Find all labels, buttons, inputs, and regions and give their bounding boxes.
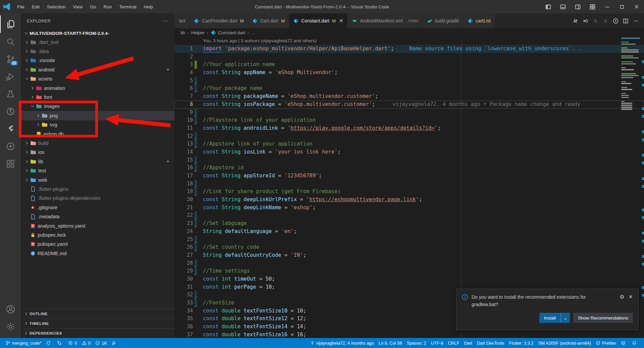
tree-item--idea[interactable]: .idea (21, 47, 174, 56)
blame-status[interactable]: vijayvaghela72, 4 months ago (308, 338, 376, 348)
activity-search[interactable] (0, 33, 21, 50)
activity-extensions[interactable] (0, 155, 21, 172)
maximize-button[interactable] (614, 0, 629, 13)
activity-source-control[interactable]: 22 (0, 50, 21, 68)
activity-settings-gear[interactable] (0, 318, 21, 335)
menu-terminal[interactable]: Terminal (115, 4, 140, 9)
cursor-position[interactable]: Ln 8, Col 56 (376, 338, 405, 348)
compare-changes-button[interactable] (570, 15, 580, 26)
tree-item-web[interactable]: web (21, 175, 174, 184)
tree-item-animation[interactable]: animation (21, 83, 174, 93)
section-outline[interactable]: OUTLINE (21, 309, 174, 318)
tree-item--flutter-plugins[interactable]: .flutter-plugins (21, 184, 174, 193)
section-timeline[interactable]: TIMELINE (21, 318, 174, 328)
activity-account[interactable] (0, 300, 21, 318)
encoding[interactable]: UTF-8 (429, 338, 446, 348)
debug-launch-status[interactable] (109, 338, 120, 348)
prettier-status[interactable]: Prettier (593, 338, 619, 348)
tree-item-ios[interactable]: ios (21, 148, 174, 157)
tree-item--gitignore[interactable]: .gitignore (21, 203, 174, 212)
explorer-more-actions[interactable]: ··· (162, 18, 168, 24)
dart-devtools[interactable]: Dart DevTools (475, 338, 507, 348)
section-dependencies[interactable]: DEPENDENCIES (21, 328, 174, 338)
notifications-bell[interactable] (630, 338, 641, 348)
tab-close-icon[interactable]: ✕ (339, 18, 343, 24)
feedback[interactable] (619, 338, 630, 348)
close-button[interactable] (629, 0, 644, 13)
tree-item--vscode[interactable]: .vscode (21, 56, 174, 65)
tab-build-gradle[interactable]: build.gradle (423, 13, 464, 28)
menu-run[interactable]: Run (100, 4, 116, 9)
tree-item-readme-md[interactable]: README.md (21, 249, 174, 258)
previous-change-button[interactable] (590, 15, 600, 26)
tab-lart[interactable]: lart (174, 13, 190, 28)
tree-item-png[interactable]: png (21, 111, 174, 120)
menu-file[interactable]: File (13, 4, 28, 9)
activity-thunder-client[interactable] (0, 137, 21, 155)
tab-cartprovider-dart[interactable]: CartProvider.dartM (190, 13, 248, 28)
next-change-button[interactable] (600, 15, 610, 26)
activity-flutter[interactable] (0, 120, 21, 137)
tree-item-images[interactable]: images (21, 102, 174, 111)
show-recommendations-button[interactable]: Show Recommendations (573, 313, 633, 323)
activity-explorer[interactable] (0, 15, 21, 33)
activity-gitlens[interactable] (0, 103, 21, 120)
menu-selection[interactable]: Selection (43, 4, 69, 9)
problems-warnings[interactable]: 0 (79, 338, 93, 348)
workspace-root-folder[interactable]: MULTIVENDOR-STARTT-FROM-2.0.4- (21, 29, 174, 38)
tree-item--metadata[interactable]: .metadata (21, 212, 174, 221)
indentation[interactable]: Spaces: 2 (405, 338, 429, 348)
sync-status[interactable] (44, 338, 55, 348)
run-file-button[interactable] (610, 15, 621, 26)
tree-item-pubspec-yaml[interactable]: pubspec.yaml (21, 240, 174, 249)
breadcrumb-item[interactable]: ... (252, 30, 255, 35)
tree-item--dart-tool[interactable]: .dart_tool (21, 38, 174, 47)
tree-item-eshop-db[interactable]: eshop.db (21, 129, 174, 138)
menu-edit[interactable]: Edit (28, 4, 43, 9)
breadcrumb-item[interactable]: Constant.dart (218, 30, 245, 35)
notification-close-icon[interactable]: ✕ (629, 294, 633, 300)
flutter-version[interactable]: Flutter: 3.3.2 (507, 338, 536, 348)
breadcrumb-item[interactable]: lib (180, 30, 185, 35)
toggle-sidebar-icon[interactable] (541, 0, 555, 13)
overview-ruler[interactable] (642, 37, 644, 338)
problems-errors[interactable]: 0 (66, 338, 79, 348)
toggle-secondary-sidebar-icon[interactable] (570, 0, 585, 13)
toggle-panel-icon[interactable] (555, 0, 570, 13)
eol[interactable]: CRLF (445, 338, 462, 348)
menu-view[interactable]: View (69, 4, 87, 9)
gitlens-compare-status[interactable] (55, 338, 66, 348)
tab-androidmanifest-xml[interactable]: AndroidManifest.xml...\main (347, 13, 422, 28)
tree-item-android[interactable]: android• (21, 65, 174, 74)
menu-go[interactable]: Go (87, 4, 100, 9)
tab-cart-dart[interactable]: Cart.dartM (248, 13, 289, 28)
open-changes-button[interactable] (580, 15, 590, 26)
tree-item-font[interactable]: font (21, 93, 174, 102)
tab-constant-dart[interactable]: Constant.dartM✕ (289, 13, 347, 28)
tree-item-analysis-options-yaml[interactable]: analysis_options.yaml (21, 221, 174, 230)
tree-item-svg[interactable]: svg (21, 120, 174, 129)
notification-gear-icon[interactable]: ⚙ (620, 294, 624, 300)
tree-item-test[interactable]: test (21, 166, 174, 175)
install-dropdown-chevron-icon[interactable]: ⌄ (560, 313, 570, 323)
more-actions-button[interactable] (631, 15, 641, 26)
breadcrumb[interactable]: lib›Helper›Constant.dart›... (174, 28, 644, 37)
install-button[interactable]: Install ⌄ (539, 313, 570, 323)
problems-info[interactable]: 1K (93, 338, 109, 348)
customize-layout-icon[interactable] (585, 0, 600, 13)
tree-item-build[interactable]: build (21, 138, 174, 148)
tab-cartlist[interactable]: cartList (464, 13, 495, 28)
breadcrumb-item[interactable]: Helper (191, 30, 205, 35)
activity-run-and-debug[interactable] (0, 68, 21, 85)
menu-help[interactable]: Help (140, 4, 157, 9)
tree-item-assets[interactable]: assets (21, 74, 174, 83)
split-editor-button[interactable] (621, 15, 631, 26)
tree-item--flutter-plugins-dependencies[interactable]: .flutter-plugins-dependencies (21, 194, 174, 203)
language-mode[interactable]: Dart (462, 338, 475, 348)
git-branch-status[interactable]: merging_code* (3, 338, 44, 348)
activity-testing[interactable] (0, 85, 21, 103)
minimap[interactable] (621, 38, 641, 111)
tree-item-pubspec-lock[interactable]: pubspec.lock (21, 230, 174, 239)
device-selector[interactable]: SM A205F (android-arm64) (536, 338, 594, 348)
minimize-button[interactable] (600, 0, 614, 13)
